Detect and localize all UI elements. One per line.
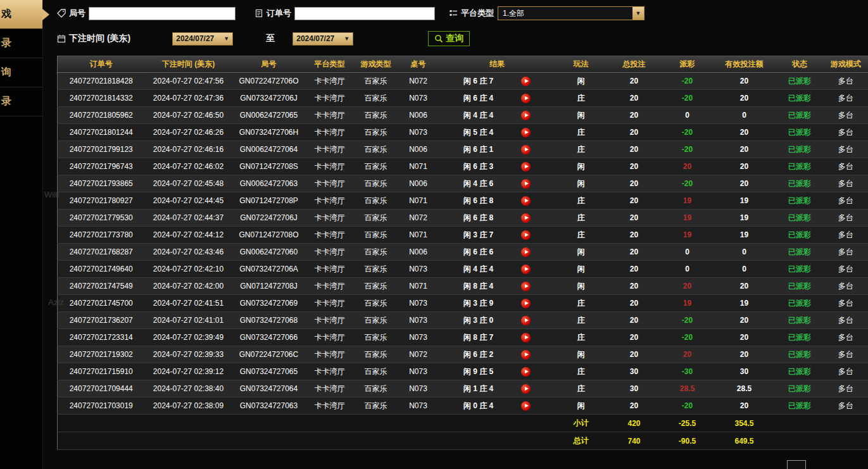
play-video-icon[interactable] (521, 282, 531, 291)
order-no-input[interactable] (294, 7, 435, 20)
play-video-icon[interactable] (521, 213, 531, 223)
cell-platform: 卡卡湾厅 (306, 73, 354, 90)
sidebar-item-log[interactable]: 录 (0, 87, 42, 116)
table-row[interactable]: 2407270218012442024-07-27 02:46:26GN0732… (58, 124, 868, 141)
query-button-label: 查询 (446, 33, 463, 44)
cell-game-mode: 多台 (824, 158, 868, 175)
table-row[interactable]: 2407270218059622024-07-27 02:46:50GN0062… (58, 107, 868, 124)
cell-platform: 卡卡湾厅 (306, 227, 354, 244)
cell-order-no: 240727021719302 (58, 346, 145, 363)
play-video-icon[interactable] (521, 384, 531, 394)
cell-valid-bet: 20 (713, 346, 776, 363)
cell-game-mode: 多台 (824, 227, 868, 244)
chevron-down-icon: ▼ (223, 35, 229, 42)
play-video-icon[interactable] (521, 316, 531, 325)
cell-result: 闲 9 庄 5 (439, 363, 556, 380)
grand-total-spacer (58, 432, 556, 450)
play-video-icon[interactable] (521, 265, 531, 274)
play-video-icon[interactable] (521, 145, 531, 154)
play-video-icon[interactable] (521, 367, 531, 377)
play-video-icon[interactable] (521, 111, 531, 120)
cell-table-no: N073 (398, 397, 439, 415)
cell-order-no: 240727021780927 (58, 192, 145, 209)
table-row[interactable]: 2407270217938652024-07-27 02:45:48GN0062… (58, 175, 868, 192)
play-video-icon[interactable] (521, 162, 531, 172)
cell-valid-bet: 0 (713, 107, 776, 124)
table-row[interactable]: 2407270217362072024-07-27 02:41:01GN0732… (58, 312, 868, 329)
subtotal-row: 小计 420 -25.5 354.5 (58, 415, 868, 432)
table-row[interactable]: 2407270217094442024-07-27 02:38:40GN0732… (58, 380, 868, 397)
play-video-icon[interactable] (521, 94, 531, 103)
sidebar-item-query[interactable]: 询 (0, 58, 42, 87)
cell-result: 闲 4 庄 4 (439, 107, 556, 124)
cell-order-no: 240727021736207 (58, 312, 145, 329)
table-row[interactable]: 2407270218184282024-07-27 02:47:56GN0722… (58, 73, 868, 90)
play-video-icon[interactable] (521, 333, 531, 342)
table-row[interactable]: 2407270217030192024-07-27 02:38:09GN0732… (58, 397, 868, 415)
play-video-icon[interactable] (521, 247, 531, 257)
chevron-down-icon: ▼ (344, 35, 349, 42)
cell-valid-bet: 19 (713, 295, 776, 312)
subtotal-empty (824, 415, 868, 432)
table-row[interactable]: 2407270217457002024-07-27 02:41:51GN0732… (58, 295, 868, 312)
cell-valid-bet: 0 (713, 261, 776, 278)
play-video-icon[interactable] (521, 128, 531, 137)
cell-table-no: N072 (398, 73, 439, 90)
play-video-icon[interactable] (521, 196, 531, 206)
cell-game-type: 百家乐 (354, 261, 398, 278)
table-row[interactable]: 2407270217475492024-07-27 02:42:00GN0712… (58, 278, 868, 295)
play-video-icon[interactable] (521, 77, 531, 86)
cell-result: 闲 6 庄 3 (439, 158, 556, 175)
cell-valid-bet: 19 (713, 227, 776, 244)
header-round-no: 局号 (232, 56, 306, 73)
play-video-icon[interactable] (521, 401, 531, 411)
table-row[interactable]: 2407270217193022024-07-27 02:39:33GN0722… (58, 346, 868, 363)
grid-icon (449, 9, 458, 18)
table-row[interactable]: 2407270217967432024-07-27 02:46:02GN0712… (58, 158, 868, 175)
play-video-icon[interactable] (521, 179, 531, 189)
cell-game-mode: 多台 (824, 209, 868, 227)
cell-game-mode: 多台 (824, 346, 868, 363)
cell-game-mode: 多台 (824, 363, 868, 380)
cell-status: 已派彩 (776, 107, 824, 124)
round-no-input[interactable] (89, 7, 236, 20)
main-content: 局号 订单号 平台类型 1.全部 ▼ (43, 0, 868, 469)
cell-order-no: 240727021796743 (58, 158, 145, 175)
platform-type-select[interactable]: 1.全部 ▼ (498, 6, 645, 20)
table-row[interactable]: 2407270217737802024-07-27 02:44:12GN0712… (58, 227, 868, 244)
cell-payout: 19 (662, 192, 713, 209)
cell-bet-side: 闲 (556, 244, 607, 261)
table-row[interactable]: 2407270217233142024-07-27 02:39:49GN0732… (58, 329, 868, 346)
subtotal-total-bet: 420 (607, 415, 662, 432)
cell-game-type: 百家乐 (354, 175, 398, 192)
date-from-select[interactable]: 2024/07/27 ▼ (172, 32, 233, 46)
sidebar-item-records[interactable]: 录 (0, 29, 42, 58)
table-row[interactable]: 2407270217795302024-07-27 02:44:37GN0722… (58, 209, 868, 227)
table-row[interactable]: 2407270217159102024-07-27 02:39:12GN0732… (58, 363, 868, 380)
play-video-icon[interactable] (521, 299, 531, 308)
subtotal-valid-bet: 354.5 (713, 415, 776, 432)
cell-table-no: N073 (398, 312, 439, 329)
table-row[interactable]: 2407270217682872024-07-27 02:43:46GN0062… (58, 244, 868, 261)
table-row[interactable]: 2407270217991232024-07-27 02:46:16GN0062… (58, 141, 868, 158)
date-to-select[interactable]: 2024/07/27 ▼ (292, 32, 353, 46)
cell-status: 已派彩 (776, 73, 824, 90)
cell-total-bet: 20 (607, 244, 662, 261)
cell-valid-bet: 20 (713, 73, 776, 90)
cell-order-no: 240727021799123 (58, 141, 145, 158)
cell-game-mode: 多台 (824, 141, 868, 158)
play-video-icon[interactable] (521, 230, 531, 240)
cell-valid-bet: 20 (713, 124, 776, 141)
table-row[interactable]: 2407270217809272024-07-27 02:44:45GN0712… (58, 192, 868, 209)
table-row[interactable]: 2407270218143322024-07-27 02:47:36GN0732… (58, 90, 868, 107)
cell-platform: 卡卡湾厅 (306, 346, 354, 363)
cell-table-no: N073 (398, 261, 439, 278)
query-button[interactable]: 查询 (428, 31, 470, 46)
cell-bet-side: 闲 (556, 346, 607, 363)
page-input[interactable] (787, 460, 806, 469)
play-video-icon[interactable] (521, 350, 531, 360)
cell-game-type: 百家乐 (354, 312, 398, 329)
sidebar-item-game[interactable]: 戏 (0, 0, 42, 29)
table-row[interactable]: 2407270217496402024-07-27 02:42:10GN0732… (58, 261, 868, 278)
cell-order-no: 240727021745700 (58, 295, 145, 312)
